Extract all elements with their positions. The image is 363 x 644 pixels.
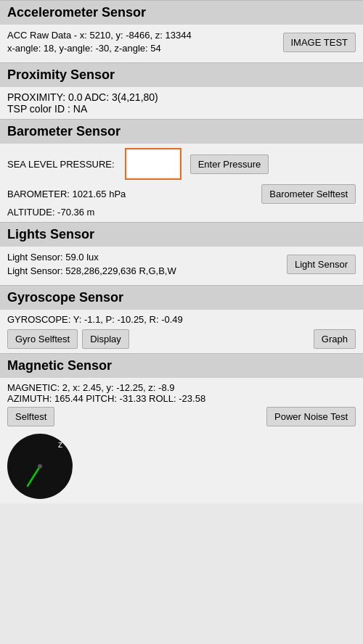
- compass: z: [7, 434, 73, 499]
- compass-needle: [7, 434, 73, 499]
- enter-pressure-button[interactable]: Enter Pressure: [190, 154, 269, 174]
- compass-z-label: z: [58, 439, 62, 450]
- lights-data: Light Sensor: 59.0 lux Light Sensor: 528…: [7, 251, 287, 277]
- proximity-data: PROXIMITY: 0.0 ADC: 3(4,21,80) TSP color…: [7, 91, 356, 115]
- power-noise-button[interactable]: Power Noise Test: [266, 407, 356, 426]
- proximity-header: Proximity Sensor: [0, 62, 363, 87]
- gyroscope-header: Gyroscope Sensor: [0, 285, 363, 310]
- pressure-input-wrapper: [125, 148, 182, 180]
- accelerometer-header: Accelerometer Sensor: [0, 0, 363, 25]
- image-test-button[interactable]: IMAGE TEST: [283, 33, 356, 52]
- magnetic-header: Magnetic Sensor: [0, 353, 363, 378]
- svg-point-1: [38, 464, 42, 468]
- display-button[interactable]: Display: [82, 329, 129, 349]
- light-sensor-button[interactable]: Light Sensor: [287, 255, 356, 274]
- pressure-input[interactable]: [128, 151, 179, 177]
- magnetic-data: MAGNETIC: 2, x: 2.45, y: -12.25, z: -8.9…: [7, 382, 356, 404]
- acc-data: ACC Raw Data - x: 5210, y: -8466, z: 133…: [7, 29, 283, 55]
- barometer-value: BAROMETER: 1021.65 hPa: [7, 189, 126, 199]
- selftest-button[interactable]: Selftest: [7, 407, 54, 426]
- barometer-selftest-button[interactable]: Barometer Selftest: [261, 184, 356, 204]
- svg-line-0: [28, 466, 40, 486]
- gyroscope-data: GYROSCOPE: Y: -1.1, P: -10.25, R: -0.49: [7, 314, 356, 325]
- graph-button[interactable]: Graph: [314, 329, 356, 349]
- barometer-header: Barometer Sensor: [0, 119, 363, 144]
- sea-level-label: SEA LEVEL PRESSURE:: [7, 159, 115, 170]
- gyro-selftest-button[interactable]: Gyro Selftest: [7, 329, 78, 349]
- altitude-value: ALTITUDE: -70.36 m: [7, 207, 356, 218]
- lights-header: Lights Sensor: [0, 222, 363, 247]
